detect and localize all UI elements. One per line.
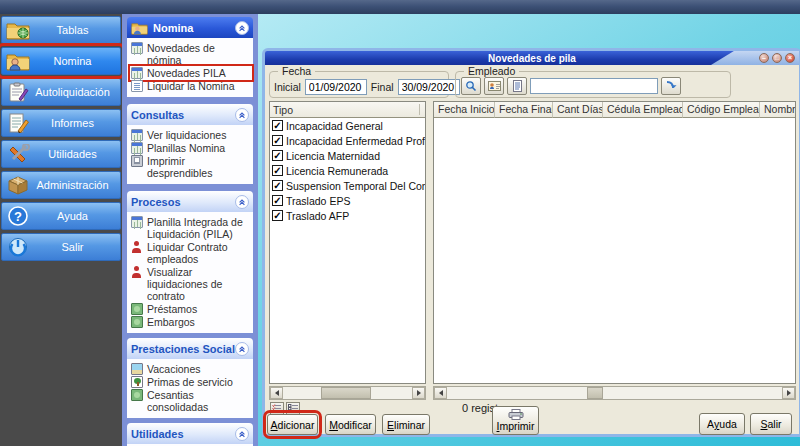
sidebar-item-utilidades[interactable]: Utilidades bbox=[1, 140, 121, 168]
menu-item-ver-liquidaciones[interactable]: Ver liquidaciones bbox=[131, 129, 251, 141]
tipo-row[interactable]: ✓ Incapacidad Enfermedad Profesional bbox=[270, 133, 425, 148]
eliminar-button[interactable]: Eliminar bbox=[382, 414, 430, 435]
group-header-consultas[interactable]: Consultas bbox=[127, 104, 253, 125]
tipo-row[interactable]: ✓ Suspension Temporal Del Contrato bbox=[270, 178, 425, 193]
group-title: Prestaciones Sociales bbox=[131, 343, 235, 355]
salir-button[interactable]: Salir bbox=[750, 413, 792, 435]
sidebar-item-autoliquidacion[interactable]: Autoliquidación bbox=[1, 78, 121, 106]
maximize-icon[interactable]: □ bbox=[772, 53, 782, 63]
sidebar-item-ayuda[interactable]: ? Ayuda bbox=[1, 202, 121, 230]
search-employee-button[interactable] bbox=[461, 77, 481, 95]
minimize-icon[interactable]: – bbox=[759, 53, 769, 63]
group-header-prestaciones[interactable]: Prestaciones Sociales bbox=[127, 338, 253, 359]
checkbox-checked-icon[interactable]: ✓ bbox=[272, 210, 283, 221]
menu-item-primas-de-servicio[interactable]: Primas de servicio bbox=[131, 376, 251, 388]
document-pencil-icon bbox=[5, 112, 31, 134]
sidebar-item-administracion[interactable]: Administración bbox=[1, 171, 121, 199]
collapse-icon[interactable] bbox=[235, 108, 249, 122]
tipo-label: Traslado EPS bbox=[286, 195, 350, 207]
menu-group-procesos: Procesos Planilla Integrada de Liquidaci… bbox=[127, 191, 253, 333]
menu-item-imprimir-desprendibles[interactable]: Imprimir desprendibles bbox=[131, 155, 251, 179]
imprimir-button[interactable]: Imprimir bbox=[492, 406, 539, 435]
collapse-icon[interactable] bbox=[235, 195, 249, 209]
menu-item-novedades-pila[interactable]: Novedades PILA bbox=[131, 67, 251, 79]
checkbox-checked-icon[interactable]: ✓ bbox=[272, 165, 283, 176]
adicionar-button[interactable]: Adicionar bbox=[267, 414, 318, 435]
sidebar-item-informes[interactable]: Informes bbox=[1, 109, 121, 137]
scroll-right-icon bbox=[787, 390, 791, 396]
tipo-hscrollbar[interactable] bbox=[269, 386, 426, 400]
table-icon bbox=[131, 129, 143, 141]
question-icon: ? bbox=[5, 205, 31, 227]
menu-item-planilla-integrada-pila[interactable]: Planilla Integrada de Liquidación (PILA) bbox=[131, 216, 251, 240]
menu-item-planillas-nomina[interactable]: Planillas Nomina bbox=[131, 142, 251, 154]
scroll-thumb[interactable] bbox=[321, 387, 371, 399]
column-header[interactable]: Fecha Final bbox=[495, 102, 553, 118]
menu-item-vacaciones[interactable]: Vacaciones bbox=[131, 363, 251, 375]
column-header[interactable]: Nombre Empleado bbox=[760, 102, 796, 118]
tipo-row[interactable]: ✓ Traslado AFP bbox=[270, 208, 425, 223]
group-header-utilidades[interactable]: Utilidades bbox=[127, 423, 253, 444]
inicial-label: Inicial bbox=[274, 81, 301, 93]
box-icon bbox=[5, 174, 31, 196]
scroll-left-button[interactable] bbox=[270, 387, 283, 399]
scroll-track[interactable] bbox=[447, 387, 782, 399]
tipo-list: Tipo ✓ Incapacidad General ✓ Incapacidad… bbox=[269, 101, 426, 384]
checkbox-checked-icon[interactable]: ✓ bbox=[272, 135, 283, 146]
menu-item-label: Primas de servicio bbox=[147, 376, 251, 388]
employee-card-button[interactable] bbox=[484, 77, 504, 95]
checkbox-checked-icon[interactable]: ✓ bbox=[272, 150, 283, 161]
close-icon[interactable]: × bbox=[785, 53, 795, 63]
sidebar-item-salir[interactable]: Salir bbox=[1, 233, 121, 261]
scroll-track[interactable] bbox=[283, 387, 412, 399]
sidebar-item-nomina[interactable]: Nomina bbox=[1, 47, 121, 75]
menu-item-visualizar-liquidaciones[interactable]: Visualizar liquidaciones de contrato bbox=[131, 266, 251, 302]
svg-text:?: ? bbox=[14, 209, 22, 224]
checkbox-checked-icon[interactable]: ✓ bbox=[272, 180, 283, 191]
tipo-row[interactable]: ✓ Traslado EPS bbox=[270, 193, 425, 208]
menu-group-nomina: Nomina Novedades de nómina Novedades PIL… bbox=[127, 17, 253, 97]
tipo-row[interactable]: ✓ Licencia Remunerada bbox=[270, 163, 425, 178]
tools-icon bbox=[5, 143, 31, 165]
menu-item-novedades-de-nomina[interactable]: Novedades de nómina bbox=[131, 42, 251, 66]
column-header[interactable]: Cant Días bbox=[553, 102, 603, 118]
group-title: Consultas bbox=[131, 109, 235, 121]
scroll-right-button[interactable] bbox=[412, 387, 425, 399]
table-hscrollbar[interactable] bbox=[433, 386, 796, 400]
collapse-icon[interactable] bbox=[235, 427, 249, 441]
tipo-column-header[interactable]: Tipo bbox=[270, 102, 425, 118]
fecha-inicial-input[interactable] bbox=[305, 79, 367, 95]
tipo-row[interactable]: ✓ Licencia Maternidad bbox=[270, 148, 425, 163]
ayuda-button[interactable]: Ayuda bbox=[699, 413, 745, 435]
group-header-nomina[interactable]: Nomina bbox=[127, 17, 253, 38]
checkbox-checked-icon[interactable]: ✓ bbox=[272, 120, 283, 131]
fecha-final-input[interactable] bbox=[398, 79, 460, 95]
column-header[interactable]: Cédula Empleado bbox=[603, 102, 683, 118]
menu-item-cesantias-consolidadas[interactable]: Cesantias consolidadas bbox=[131, 389, 251, 413]
employee-dropdown-button[interactable] bbox=[661, 77, 681, 95]
menu-item-label: Cesantias consolidadas bbox=[147, 389, 251, 413]
group-title: Nomina bbox=[153, 22, 235, 34]
employee-list-button[interactable] bbox=[507, 77, 527, 95]
scroll-thumb[interactable] bbox=[587, 387, 603, 399]
empleado-input[interactable] bbox=[530, 78, 658, 94]
collapse-icon[interactable] bbox=[235, 342, 249, 356]
menu-item-prestamos[interactable]: Préstamos bbox=[131, 303, 251, 315]
modificar-button[interactable]: Modificar bbox=[325, 414, 376, 435]
collapse-icon[interactable] bbox=[235, 21, 249, 35]
column-header[interactable]: Fecha Inicio bbox=[434, 102, 495, 118]
column-header[interactable]: Código Empleado bbox=[683, 102, 760, 118]
menu-item-liquidar-la-nomina[interactable]: Liquidar la Nomina bbox=[131, 80, 251, 92]
window-titlebar[interactable]: Novedades de pila – □ × bbox=[265, 51, 799, 65]
uncheck-all-icon bbox=[288, 404, 298, 413]
tipo-row[interactable]: ✓ Incapacidad General bbox=[270, 118, 425, 133]
scroll-right-button[interactable] bbox=[782, 387, 795, 399]
scroll-left-button[interactable] bbox=[434, 387, 447, 399]
sidebar-item-tablas[interactable]: Tablas bbox=[1, 16, 121, 44]
group-header-procesos[interactable]: Procesos bbox=[127, 191, 253, 212]
menu-item-liquidar-contrato-empleados[interactable]: Liquidar Contrato empleados bbox=[131, 241, 251, 265]
clipboard-pen-icon bbox=[5, 81, 31, 103]
menu-item-label: Liquidar Contrato empleados bbox=[147, 241, 251, 265]
checkbox-checked-icon[interactable]: ✓ bbox=[272, 195, 283, 206]
menu-item-embargos[interactable]: Embargos bbox=[131, 316, 251, 328]
